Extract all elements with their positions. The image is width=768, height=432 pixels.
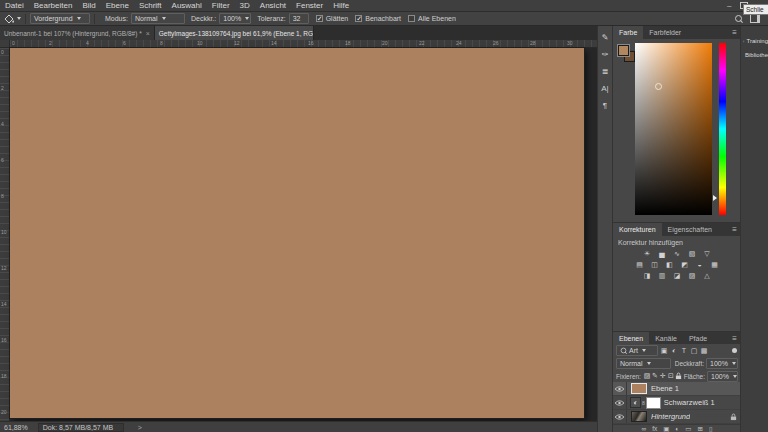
visibility-eye-icon[interactable]: [613, 396, 627, 409]
vibrance-icon[interactable]: ▽: [702, 249, 713, 258]
layer-row-ebene-1[interactable]: Ebene 1: [613, 382, 741, 396]
tab-eigenschaften[interactable]: Eigenschaften: [662, 223, 718, 236]
tab-ebenen[interactable]: Ebenen: [613, 332, 649, 344]
lock-transparency-icon[interactable]: ▨: [643, 372, 651, 380]
lock-pixels-icon[interactable]: ✎: [651, 372, 659, 380]
libraries-panel-button[interactable]: Bibliotheken: [741, 48, 768, 62]
checkbox-box[interactable]: [316, 15, 323, 22]
filter-pixel-layers-icon[interactable]: ▣: [660, 347, 668, 355]
tab-kanaele[interactable]: Kanäle: [649, 332, 683, 344]
option-checkbox[interactable]: Alle Ebenen: [408, 15, 456, 22]
tab-close-icon[interactable]: ×: [146, 30, 150, 37]
black-white-icon[interactable]: ◧: [664, 260, 675, 269]
paint-bucket-icon[interactable]: [4, 14, 21, 24]
visibility-eye-icon[interactable]: [613, 382, 627, 395]
checkbox-box[interactable]: [408, 15, 415, 22]
menu-item[interactable]: Bearbeiten: [29, 1, 78, 10]
gradient-map-icon[interactable]: ▨: [687, 271, 698, 280]
menu-item[interactable]: Schrift: [134, 1, 167, 10]
zoom-level-field[interactable]: 61,88%: [0, 424, 32, 431]
layer-name[interactable]: Ebene 1: [651, 384, 679, 393]
delete-layer-icon[interactable]: ▯: [709, 425, 713, 432]
paragraph-panel-icon[interactable]: ¶: [599, 100, 611, 111]
adjustment-layer-icon[interactable]: ◐: [630, 397, 641, 408]
mode-select[interactable]: Normal: [131, 13, 185, 24]
tab-farbfelder[interactable]: Farbfelder: [643, 26, 687, 39]
saturation-brightness-picker[interactable]: [635, 43, 712, 215]
layer-fill-select[interactable]: 100%: [707, 371, 738, 382]
layer-mask-thumbnail[interactable]: [646, 397, 661, 409]
option-checkbox[interactable]: Benachbart: [355, 15, 401, 22]
link-layers-icon[interactable]: ∞: [642, 425, 647, 432]
brushes-icon[interactable]: ✑: [599, 49, 611, 60]
filter-adjustment-layers-icon[interactable]: ◐: [670, 347, 678, 355]
channel-mixer-icon[interactable]: ◒: [694, 260, 705, 269]
layer-opacity-select[interactable]: 100%: [706, 358, 738, 369]
lock-artboard-icon[interactable]: ⊡: [667, 372, 675, 380]
visibility-eye-icon[interactable]: [613, 410, 627, 423]
status-options-chevron[interactable]: >: [138, 424, 142, 431]
checkbox-box[interactable]: [355, 15, 362, 22]
tab-pfade[interactable]: Pfade: [683, 332, 713, 344]
levels-icon[interactable]: ▅: [657, 249, 668, 258]
image-canvas[interactable]: [10, 48, 584, 418]
ruler-origin-corner[interactable]: [0, 40, 10, 48]
add-layer-mask-icon[interactable]: ▣: [663, 425, 669, 432]
menu-item[interactable]: Filter: [207, 1, 235, 10]
filter-smart-objects-icon[interactable]: ▩: [700, 347, 708, 355]
document-tab[interactable]: GettyImages-138109764.jpg bei 61,9% (Ebe…: [155, 26, 314, 40]
filter-shape-layers-icon[interactable]: ▢: [690, 347, 698, 355]
opacity-select[interactable]: 100%: [219, 13, 251, 24]
layer-filter-select[interactable]: Art: [616, 345, 658, 356]
color-lookup-icon[interactable]: ▦: [709, 260, 720, 269]
horizontal-ruler[interactable]: 024681012141618202224262830: [10, 40, 597, 48]
filter-type-layers-icon[interactable]: T: [680, 347, 688, 355]
menu-item[interactable]: Ebene: [101, 1, 134, 10]
layer-row-hintergrund[interactable]: Hintergrund: [613, 410, 741, 424]
tab-korrekturen[interactable]: Korrekturen: [613, 223, 662, 236]
layer-row-schwarzweiss-1[interactable]: ◐ 8 Schwarzweiß 1: [613, 396, 741, 410]
new-layer-icon[interactable]: ⊞: [697, 425, 702, 432]
photo-filter-icon[interactable]: ◩: [679, 260, 690, 269]
color-balance-icon[interactable]: ◫: [649, 260, 660, 269]
fill-source-select[interactable]: Vordergrund: [30, 13, 90, 24]
menu-item[interactable]: Auswahl: [167, 1, 207, 10]
blend-mode-select[interactable]: Normal: [616, 358, 671, 369]
option-checkbox[interactable]: Glätten: [316, 15, 349, 22]
new-group-icon[interactable]: ▭: [685, 425, 691, 432]
color-picker-ring[interactable]: [655, 83, 662, 90]
brightness-contrast-icon[interactable]: ☀: [642, 249, 653, 258]
layer-name[interactable]: Schwarzweiß 1: [664, 398, 715, 407]
character-panel-icon[interactable]: A|: [599, 83, 611, 94]
menu-item[interactable]: Ansicht: [255, 1, 291, 10]
threshold-icon[interactable]: ◪: [672, 271, 683, 280]
posterize-icon[interactable]: ▥: [657, 271, 668, 280]
tab-farbe[interactable]: Farbe: [613, 26, 643, 39]
tolerance-input[interactable]: 32: [289, 13, 309, 24]
menu-item[interactable]: Hilfe: [328, 1, 354, 10]
search-icon[interactable]: [735, 15, 742, 22]
lock-all-icon[interactable]: [675, 372, 683, 380]
hue-slider[interactable]: [719, 43, 726, 215]
workspace-switcher-icon[interactable]: [750, 14, 760, 23]
hue-slider-marker[interactable]: [713, 195, 717, 201]
background-lock-icon[interactable]: [730, 413, 737, 421]
vertical-ruler[interactable]: 02468101214161820: [0, 48, 10, 421]
selective-color-icon[interactable]: △: [702, 271, 713, 280]
layer-thumbnail[interactable]: [631, 411, 647, 422]
lock-position-icon[interactable]: ✛: [659, 372, 667, 380]
menu-item[interactable]: Datei: [0, 1, 29, 10]
layer-name[interactable]: Hintergrund: [651, 412, 690, 421]
minimize-button[interactable]: –: [727, 1, 731, 10]
menu-item[interactable]: 3D: [235, 1, 255, 10]
exposure-icon[interactable]: ▧: [687, 249, 698, 258]
layer-thumbnail[interactable]: [631, 383, 647, 394]
clone-source-icon[interactable]: ≣: [599, 66, 611, 77]
layer-effects-icon[interactable]: fx: [652, 425, 657, 432]
hue-saturation-icon[interactable]: ▤: [634, 260, 645, 269]
new-adjustment-layer-icon[interactable]: ◐: [675, 425, 679, 432]
menu-item[interactable]: Fenster: [291, 1, 328, 10]
layer-filter-toggle-icon[interactable]: [732, 348, 737, 353]
mask-link-icon[interactable]: 8: [642, 400, 645, 406]
curves-icon[interactable]: ∿: [672, 249, 683, 258]
